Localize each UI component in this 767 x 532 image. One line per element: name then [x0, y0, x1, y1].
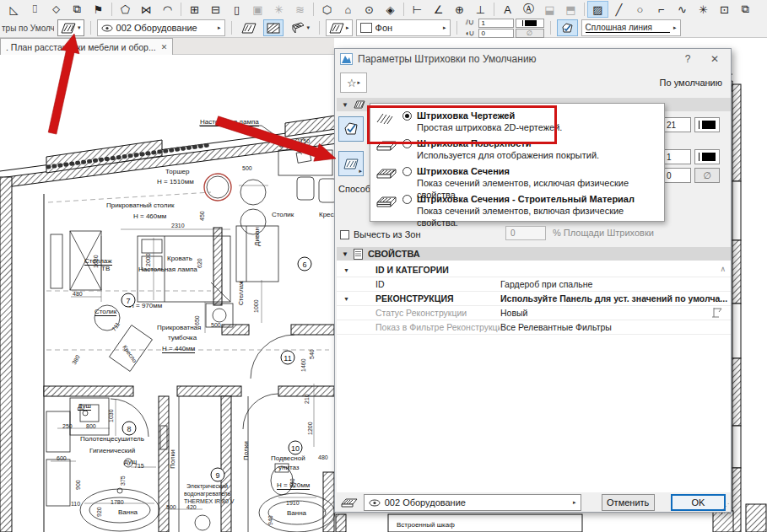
skylight-tool-icon[interactable]: ◈ — [380, 1, 401, 18]
scroll-up-arrow-icon[interactable]: ∧ — [720, 265, 726, 273]
door-tool-icon[interactable]: ⌷ — [24, 1, 46, 18]
option-cover-fill[interactable]: Штриховка Поверхности Используется для о… — [370, 135, 664, 163]
fill-pen-color-button[interactable] — [516, 19, 544, 28]
polyline-tool-icon[interactable]: ⌐ — [651, 1, 672, 18]
pen-none-button[interactable]: ∅ — [694, 168, 720, 183]
opening-tool-icon[interactable]: ⊙ — [359, 1, 380, 18]
tab-close-icon[interactable]: ✕ — [161, 43, 168, 51]
close-button[interactable]: ✕ — [704, 53, 726, 65]
cut-fill-icon — [290, 22, 305, 34]
layer-slab-icon — [340, 497, 359, 509]
favorites-button[interactable]: ☆ ▸ — [340, 73, 367, 93]
eye-icon — [101, 24, 113, 32]
curtain-wall-tool-icon[interactable]: ⊞ — [184, 1, 205, 18]
radio-unselected[interactable] — [402, 139, 412, 148]
background-pen-row: ◖Ụ 0 ∅ — [463, 29, 544, 38]
window-tool-icon[interactable]: ⬦ — [46, 1, 67, 18]
footer-layer-combo[interactable]: 002 Оборудование ▸ — [364, 494, 581, 511]
option-drafting-fill[interactable]: Штриховка Чертежей Простая штриховка 2D-… — [370, 107, 664, 135]
point-tool-icon[interactable]: ✳ — [693, 1, 714, 18]
spline-tool-icon[interactable]: ∿ — [672, 1, 693, 18]
subtract-value-input[interactable]: 0 — [505, 226, 546, 240]
background-color-combo[interactable]: Фон ▸ — [356, 19, 451, 36]
door2-tool-icon[interactable]: ▯ — [226, 1, 247, 18]
subtract-suffix: % Площади Штриховки — [553, 228, 654, 238]
building-material-fill-option-icon — [375, 195, 397, 208]
option-cut-fill[interactable]: Штриховка Сечения Показ сечений элементо… — [370, 163, 664, 191]
cancel-button[interactable]: Отменить — [602, 494, 655, 511]
radial-dimension-tool-icon[interactable]: ⊕ — [449, 1, 470, 18]
railing-tool-icon[interactable]: ⚑ — [88, 1, 109, 18]
zone-stamp-tool-icon[interactable]: ⬓ — [539, 1, 560, 18]
roof-tool-icon[interactable]: ⬠ — [115, 1, 136, 18]
wall-tool-icon[interactable]: ◺ — [3, 1, 24, 18]
drawing-tool-icon[interactable]: ⧉ — [735, 1, 756, 18]
dialog-title-bar[interactable]: Параметры Штриховки по Умолчанию ? ✕ — [335, 49, 731, 69]
subtract-from-zones-row: Вычесть из Зон 0 % Площади Штриховки — [340, 227, 728, 242]
line-tool-icon[interactable]: ╱ — [608, 1, 629, 18]
zone-tool-icon[interactable]: ⌂ — [338, 1, 359, 18]
morph-tool-icon[interactable]: ⬡ — [316, 1, 338, 18]
lamp-tool-icon[interactable]: ✳ — [268, 1, 289, 18]
fill-category-dropdown-button[interactable]: ▸ — [338, 151, 364, 176]
drafting-fill-category-button[interactable] — [238, 19, 260, 36]
ok-button[interactable]: OK — [671, 494, 726, 511]
cut-fill-category-button[interactable]: ▾ — [287, 19, 314, 36]
radio-unselected[interactable] — [402, 167, 412, 176]
shell-tool-icon[interactable]: ◠ — [157, 1, 178, 18]
label-tool-icon[interactable]: Ⓐ — [518, 1, 539, 18]
property-row-renovation-status[interactable]: Статус Реконструкции Новый — [337, 306, 731, 320]
tab-floor-plan[interactable]: . План расстановки мебели и обор... ✕ — [0, 38, 173, 55]
fill-tool-icon[interactable]: ▨ — [587, 1, 608, 18]
fill-settings-dropdown-button[interactable]: ▾ — [57, 19, 84, 36]
fill-pen-input[interactable]: 21 — [662, 117, 691, 132]
background-pen-none-button[interactable]: ∅ — [516, 29, 544, 38]
property-group-row[interactable]: ▼ РЕКОНСТРУКЦИЯ Используйте Панель для у… — [337, 292, 731, 306]
radio-selected[interactable] — [402, 111, 412, 121]
background-pen2-input[interactable]: 0 — [662, 168, 691, 183]
default-label: По умолчанию — [660, 78, 722, 88]
properties-header: СВОЙСТВА — [368, 249, 420, 259]
footer-layer-value: 002 Оборудование — [385, 497, 569, 508]
circle-tool-icon[interactable]: ○ — [629, 1, 651, 18]
property-group-row[interactable]: ▼ ID И КАТЕГОРИИ — [337, 263, 731, 277]
fill-pen-color-button[interactable] — [694, 117, 720, 132]
level-dimension-tool-icon[interactable]: ⊥ — [470, 1, 491, 18]
angle-dimension-tool-icon[interactable]: ∠ — [428, 1, 449, 18]
collapse-triangle-icon[interactable]: ▼ — [343, 296, 352, 302]
construction-method-button[interactable] — [557, 19, 578, 36]
background-pen-input[interactable]: 0 — [478, 29, 514, 38]
line-type-combo[interactable]: Сплошная линия ▸ — [581, 19, 681, 36]
subtract-checkbox[interactable] — [340, 230, 349, 239]
text-tool-icon[interactable]: A — [497, 1, 518, 18]
radio-unselected[interactable] — [402, 195, 412, 204]
slab-tool-icon[interactable]: ⧉ — [67, 1, 88, 18]
geometry-method-button[interactable] — [338, 116, 364, 142]
stair-tool-icon[interactable]: ≋ — [289, 1, 311, 18]
section-hatch-icon — [354, 100, 365, 109]
toolbar-row2: тры по Умолчанию ▾ 002 Оборудование ▸ — [0, 19, 767, 37]
linear-dimension-tool-icon[interactable]: ⊢ — [407, 1, 428, 18]
object-tool-icon[interactable]: ▣ — [247, 1, 268, 18]
collapse-triangle-icon[interactable]: ▼ — [343, 267, 352, 273]
fill-pattern-button[interactable]: ▸ — [326, 19, 353, 36]
background-pen-input[interactable]: 1 — [662, 149, 691, 164]
window2-tool-icon[interactable]: ⊟ — [205, 1, 226, 18]
drafting-fill-option-icon — [375, 111, 397, 125]
stamp-tool-icon[interactable]: ⬒ — [560, 1, 581, 18]
property-value: Гардероб при спальне — [500, 279, 731, 289]
figure-tool-icon[interactable]: ⊡ — [714, 1, 735, 18]
layer-combo[interactable]: 002 Оборудование ▸ — [97, 19, 225, 36]
properties-section-bar[interactable]: ▼ СВОЙСТВА — [337, 247, 731, 261]
cover-fill-category-button[interactable] — [263, 19, 284, 36]
property-row-renovation-filter[interactable]: Показ в Фильтре Реконструкции Все Релева… — [337, 320, 731, 335]
polygon-check-icon — [560, 22, 575, 35]
option-building-material-fill[interactable]: Штриховка Сечения - Строительный Материа… — [370, 191, 664, 218]
help-button[interactable]: ? — [677, 53, 699, 65]
fill-pen-input[interactable]: 1 — [478, 19, 514, 28]
toolbar-separator — [456, 21, 457, 35]
resize-grip[interactable]: ⋰ — [722, 502, 729, 510]
mesh-tool-icon[interactable]: ⋈ — [136, 1, 157, 18]
background-pen-color-button[interactable] — [694, 149, 720, 164]
property-row-id[interactable]: ID Гардероб при спальне — [337, 277, 731, 292]
